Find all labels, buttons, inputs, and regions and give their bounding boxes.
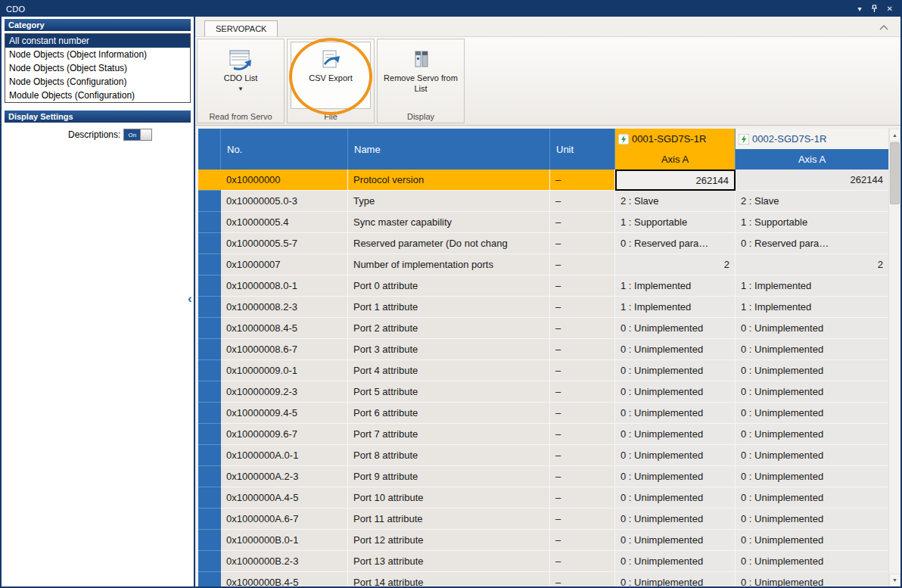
row-selector[interactable]	[198, 339, 221, 360]
row-selector[interactable]	[198, 170, 221, 191]
cell-value-2[interactable]: 1 : Implemented	[736, 297, 888, 318]
row-selector[interactable]	[198, 212, 221, 233]
cell-value-1[interactable]: 0 : Unimplemented	[615, 487, 736, 509]
table-row[interactable]: 0x1000000B.2-3 Port 13 attribute – 0 : U…	[198, 551, 888, 572]
table-row[interactable]: 0x10000008.6-7 Port 3 attribute – 0 : Un…	[198, 339, 888, 360]
cell-value-1[interactable]: 2	[615, 254, 736, 275]
scroll-up-icon[interactable]: ▲	[889, 129, 900, 142]
cell-value-1[interactable]: 1 : Implemented	[615, 275, 736, 297]
row-selector[interactable]	[198, 297, 221, 318]
row-selector[interactable]	[198, 530, 221, 551]
cell-value-1[interactable]: 0 : Unimplemented	[615, 509, 736, 530]
tab-servopack[interactable]: SERVOPACK	[204, 20, 278, 37]
cell-value-2[interactable]: 0 : Unimplemented	[736, 424, 888, 445]
table-row[interactable]: 0x10000009.6-7 Port 7 attribute – 0 : Un…	[198, 424, 888, 445]
row-selector[interactable]	[198, 572, 221, 586]
table-row[interactable]: 0x10000000 Protocol version – 262144 262…	[198, 170, 888, 191]
row-selector[interactable]	[198, 487, 221, 509]
table-row[interactable]: 0x10000005.5-7 Reserved parameter (Do no…	[198, 233, 888, 254]
scroll-down-icon[interactable]: ▼	[889, 574, 900, 586]
table-row[interactable]: 0x10000009.2-3 Port 5 attribute – 0 : Un…	[198, 381, 888, 403]
remove-servo-button[interactable]: Remove Servo from List	[381, 42, 461, 109]
scrollbar-thumb[interactable]	[890, 142, 900, 204]
column-header-name[interactable]: Name	[348, 129, 550, 170]
descriptions-toggle[interactable]: On	[123, 129, 152, 141]
table-row[interactable]: 0x1000000A.4-5 Port 10 attribute – 0 : U…	[198, 487, 888, 509]
cell-value-2[interactable]: 1 : Supportable	[736, 212, 888, 233]
cell-value-2[interactable]: 0 : Unimplemented	[736, 360, 888, 381]
table-row[interactable]: 0x10000005.0-3 Type – 2 : Slave 2 : Slav…	[198, 191, 888, 212]
category-listbox[interactable]: All constant numberNode Objects (Object …	[5, 33, 191, 103]
cell-value-1[interactable]: 0 : Unimplemented	[615, 572, 736, 586]
cell-value-2[interactable]: 0 : Unimplemented	[736, 445, 888, 466]
cell-value-1[interactable]: 0 : Unimplemented	[615, 403, 736, 424]
table-row[interactable]: 0x1000000A.2-3 Port 9 attribute – 0 : Un…	[198, 466, 888, 487]
cell-value-2[interactable]: 0 : Unimplemented	[736, 530, 888, 551]
cell-value-1[interactable]: 1 : Implemented	[615, 297, 736, 318]
cell-value-1[interactable]: 0 : Unimplemented	[615, 381, 736, 403]
table-row[interactable]: 0x1000000A.6-7 Port 11 attribute – 0 : U…	[198, 509, 888, 530]
scrollbar-track[interactable]	[889, 205, 900, 574]
cdo-list-button[interactable]: CDO List ▼	[201, 42, 281, 109]
cell-value-2[interactable]: 0 : Unimplemented	[736, 509, 888, 530]
table-row[interactable]: 0x10000008.2-3 Port 1 attribute – 1 : Im…	[198, 297, 888, 318]
cell-value-2[interactable]: 1 : Implemented	[736, 275, 888, 297]
table-row[interactable]: 0x1000000B.0-1 Port 12 attribute – 0 : U…	[198, 530, 888, 551]
row-selector[interactable]	[198, 318, 221, 339]
descriptions-toggle-knob[interactable]	[140, 129, 151, 140]
column-header-unit[interactable]: Unit	[550, 129, 615, 170]
cell-value-2[interactable]: 2 : Slave	[736, 191, 888, 212]
cell-value-1[interactable]: 262144	[615, 170, 736, 191]
cdo-list-dropdown-caret[interactable]: ▼	[238, 86, 244, 93]
table-row[interactable]: 0x10000008.4-5 Port 2 attribute – 0 : Un…	[198, 318, 888, 339]
table-row[interactable]: 0x10000009.0-1 Port 4 attribute – 0 : Un…	[198, 360, 888, 381]
cell-value-1[interactable]: 0 : Unimplemented	[615, 424, 736, 445]
cell-value-1[interactable]: 0 : Unimplemented	[615, 466, 736, 487]
cell-value-2[interactable]: 0 : Unimplemented	[736, 551, 888, 572]
cell-value-2[interactable]: 0 : Unimplemented	[736, 381, 888, 403]
cell-value-1[interactable]: 0 : Unimplemented	[615, 445, 736, 466]
row-selector[interactable]	[198, 381, 221, 403]
cell-value-1[interactable]: 0 : Unimplemented	[615, 530, 736, 551]
column-header-no[interactable]: No.	[221, 129, 348, 170]
row-selector[interactable]	[198, 275, 221, 297]
cell-value-2[interactable]: 0 : Reserved para…	[736, 233, 888, 254]
cell-value-2[interactable]: 262144	[736, 170, 888, 191]
table-row[interactable]: 0x10000009.4-5 Port 6 attribute – 0 : Un…	[198, 403, 888, 424]
servo-column-header-1[interactable]: 0001-SGD7S-1R Axis A	[615, 129, 736, 170]
cell-value-1[interactable]: 0 : Unimplemented	[615, 551, 736, 572]
cell-value-1[interactable]: 1 : Supportable	[615, 212, 736, 233]
row-selector[interactable]	[198, 254, 221, 275]
table-row[interactable]: 0x10000005.4 Sync master capability – 1 …	[198, 212, 888, 233]
row-selector[interactable]	[198, 551, 221, 572]
table-row[interactable]: 0x10000008.0-1 Port 0 attribute – 1 : Im…	[198, 275, 888, 297]
cell-value-1[interactable]: 0 : Unimplemented	[615, 360, 736, 381]
pin-icon[interactable]	[871, 5, 878, 14]
servo-column-header-2[interactable]: 0002-SGD7S-1R Axis A	[736, 129, 888, 170]
row-selector[interactable]	[198, 509, 221, 530]
row-selector[interactable]	[198, 233, 221, 254]
titlebar[interactable]: CDO ▾ ✕	[2, 2, 900, 17]
sidebar-collapse-chevron[interactable]: ‹	[188, 292, 192, 305]
servo-axis-2[interactable]: Axis A	[736, 149, 888, 170]
row-selector[interactable]	[198, 191, 221, 212]
cell-value-2[interactable]: 0 : Unimplemented	[736, 466, 888, 487]
table-row[interactable]: 0x1000000B.4-5 Port 14 attribute – 0 : U…	[198, 572, 888, 586]
row-selector[interactable]	[198, 403, 221, 424]
cell-value-2[interactable]: 0 : Unimplemented	[736, 572, 888, 586]
cell-value-1[interactable]: 0 : Unimplemented	[615, 318, 736, 339]
cell-value-1[interactable]: 0 : Unimplemented	[615, 339, 736, 360]
window-menu-icon[interactable]: ▾	[858, 5, 862, 13]
category-item[interactable]: Node Objects (Configuration)	[5, 75, 190, 89]
category-item[interactable]: Node Objects (Object Information)	[5, 48, 190, 61]
row-selector[interactable]	[198, 466, 221, 487]
category-item[interactable]: Node Objects (Object Status)	[5, 61, 190, 75]
vertical-scrollbar[interactable]: ▲ ▼	[888, 129, 900, 586]
cell-value-1[interactable]: 0 : Reserved para…	[615, 233, 736, 254]
cell-value-2[interactable]: 0 : Unimplemented	[736, 403, 888, 424]
ribbon-collapse-icon[interactable]	[876, 18, 891, 35]
row-selector[interactable]	[198, 445, 221, 466]
cell-value-2[interactable]: 0 : Unimplemented	[736, 318, 888, 339]
cell-value-2[interactable]: 0 : Unimplemented	[736, 339, 888, 360]
csv-export-button[interactable]: CSV Export	[291, 42, 371, 109]
